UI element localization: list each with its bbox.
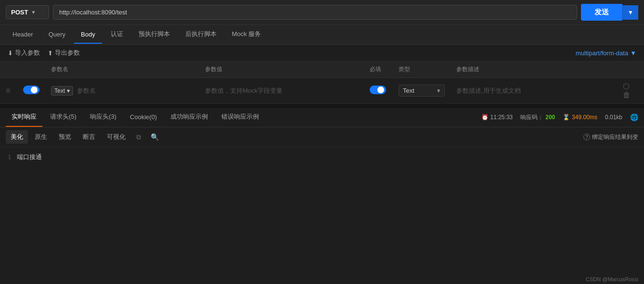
response-tab-request-headers[interactable]: 请求头(5) [44,108,82,127]
search-response-icon[interactable]: 🔍 [147,131,163,143]
meta-duration: ⌛ 349.00ms [563,114,597,121]
method-label: POST [11,9,28,16]
response-tab-cookie[interactable]: Cookie(0) [124,109,163,126]
url-input[interactable] [53,5,577,20]
code-label: 响应码： [520,113,543,122]
toggle-track [23,86,39,94]
content-tab-raw[interactable]: 原生 [30,130,52,144]
response-meta: ⏰ 11:25:33 响应码： 200 ⌛ 349.00ms 0.01kb 🌐 [481,113,638,122]
body-section: ⬇ 导入参数 ⬆ 导出参数 multipart/form-data ▼ 参数名 … [0,45,644,104]
duration-value: 349.00ms [572,114,597,121]
response-tab-success-example[interactable]: 成功响应示例 [165,108,214,127]
name-type-chevron-icon: ▾ [67,87,70,94]
line-number: 1 [8,154,11,161]
type-chevron-icon: ▾ [437,87,440,94]
actions-cell: ⬡ 🗑 [615,78,644,104]
response-size: 0.01kb [605,114,622,121]
tab-mock[interactable]: Mock 服务 [225,25,268,44]
content-type-label: multipart/form-data [576,49,628,57]
col-desc-header: 参数描述 [451,62,615,78]
meta-time: ⏰ 11:25:33 [481,114,513,121]
content-type-selector[interactable]: multipart/form-data ▼ [576,49,636,57]
send-dropdown-button[interactable]: ▼ [622,5,638,20]
required-toggle[interactable] [370,86,386,94]
response-section: 实时响应 请求头(5) 响应头(3) Cookie(0) 成功响应示例 错误响应… [0,107,644,185]
col-type-header: 类型 [393,62,451,78]
top-bar: POST ▼ 发送 ▼ [0,0,644,25]
main-tab-nav: Header Query Body 认证 预执行脚本 后执行脚本 Mock 服务 [0,25,644,45]
required-cell [364,78,393,104]
col-required-header: 必填 [364,62,393,78]
response-content: 端口接通 [17,153,42,161]
import-params-button[interactable]: ⬇ 导入参数 [8,49,40,57]
params-table: 参数名 参数值 必填 类型 参数描述 ≡ [0,62,644,104]
bind-response[interactable]: ? 绑定响应结果到变 [583,133,638,141]
required-toggle-track [370,86,386,94]
response-body: 1 端口接通 [0,147,644,185]
credit-label: CSDN @MarcusRossi [586,276,638,282]
drag-handle-icon[interactable]: ≡ [6,86,10,95]
name-type-label: Text [54,87,65,94]
toggle-thumb [31,86,38,93]
desc-cell [451,78,615,104]
tab-post-script[interactable]: 后执行脚本 [179,25,223,44]
tab-header[interactable]: Header [6,26,40,44]
response-tab-response-headers[interactable]: 响应头(3) [84,108,122,127]
copy-icon[interactable]: ⧉ [132,131,145,144]
tab-query[interactable]: Query [42,26,72,44]
content-tab-assert[interactable]: 断言 [78,130,100,144]
download-icon: ⬇ [8,49,13,57]
response-tab-error-example[interactable]: 错误响应示例 [216,108,265,127]
param-enabled-toggle[interactable] [23,86,39,94]
content-type-chevron-icon: ▼ [630,49,636,57]
param-value-input[interactable] [205,87,358,94]
code-value: 200 [545,114,555,121]
response-content-nav: 美化 原生 预览 断言 可视化 ⧉ 🔍 ? 绑定响应结果到变 [0,127,644,147]
col-param-name-header: 参数名 [45,62,199,78]
table-row: ≡ Text ▾ [0,78,644,104]
time-value: 11:25:33 [490,114,513,121]
upload-icon: ⬆ [48,49,53,57]
tab-body[interactable]: Body [74,26,102,44]
meta-code: 响应码： 200 [520,113,555,122]
send-btn-group: 发送 ▼ [581,4,638,21]
params-toolbar: ⬇ 导入参数 ⬆ 导出参数 multipart/form-data ▼ [0,45,644,62]
drag-handle-cell: ≡ [0,78,17,104]
footer: CSDN @MarcusRossi [580,274,644,284]
content-tab-preview[interactable]: 预览 [54,130,76,144]
type-cell: Text ▾ [393,78,451,104]
content-tab-beautify[interactable]: 美化 [6,130,28,144]
left-actions: ⬇ 导入参数 ⬆ 导出参数 [8,49,576,57]
col-drag-header [0,62,17,78]
response-tab-nav: 实时响应 请求头(5) 响应头(3) Cookie(0) 成功响应示例 错误响应… [0,108,644,127]
col-actions-header [615,62,644,78]
method-selector[interactable]: POST ▼ [6,5,49,19]
col-toggle-header [17,62,45,78]
hourglass-icon: ⌛ [563,114,570,121]
question-icon: ? [583,134,590,140]
globe-icon: 🌐 [630,113,638,121]
param-value-cell [199,78,364,104]
delete-icon[interactable]: 🗑 [621,90,632,100]
export-params-button[interactable]: ⬆ 导出参数 [48,49,80,57]
content-tab-visualize[interactable]: 可视化 [102,130,130,144]
required-toggle-thumb [377,86,384,93]
method-chevron-icon: ▼ [31,10,36,15]
send-button[interactable]: 发送 [581,4,622,21]
response-tab-realtime[interactable]: 实时响应 [6,108,42,127]
param-name-cell: Text ▾ [45,78,199,104]
name-type-selector[interactable]: Text ▾ [51,86,73,96]
type-label: Text [403,87,414,94]
tab-auth[interactable]: 认证 [104,25,130,44]
col-param-value-header: 参数值 [199,62,364,78]
bind-response-label: 绑定响应结果到变 [592,133,638,141]
toggle-cell [17,78,45,104]
param-desc-input[interactable] [456,87,609,94]
tab-pre-script[interactable]: 预执行脚本 [132,25,177,44]
type-selector[interactable]: Text ▾ [399,85,445,97]
clock-icon: ⏰ [481,114,489,121]
param-name-input[interactable] [77,87,193,94]
